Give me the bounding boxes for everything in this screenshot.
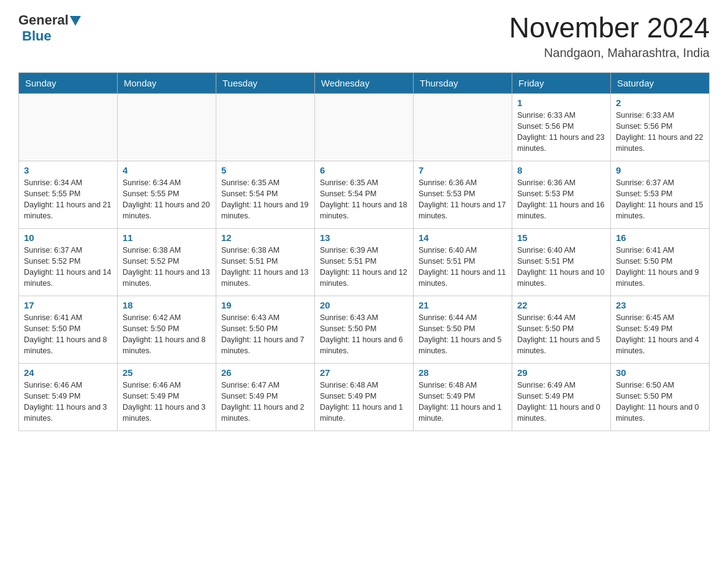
calendar-day-cell: 13Sunrise: 6:39 AM Sunset: 5:51 PM Dayli… — [315, 228, 414, 296]
day-info: Sunrise: 6:49 AM Sunset: 5:49 PM Dayligh… — [517, 380, 605, 424]
calendar-day-cell: 18Sunrise: 6:42 AM Sunset: 5:50 PM Dayli… — [118, 296, 216, 363]
day-number: 7 — [419, 165, 507, 175]
day-number: 2 — [616, 98, 704, 108]
day-info: Sunrise: 6:42 AM Sunset: 5:50 PM Dayligh… — [123, 312, 211, 357]
day-info: Sunrise: 6:35 AM Sunset: 5:54 PM Dayligh… — [221, 177, 309, 222]
day-number: 28 — [419, 367, 507, 378]
calendar-day-cell: 22Sunrise: 6:44 AM Sunset: 5:50 PM Dayli… — [512, 296, 611, 363]
day-info: Sunrise: 6:50 AM Sunset: 5:50 PM Dayligh… — [616, 380, 704, 424]
day-info: Sunrise: 6:44 AM Sunset: 5:50 PM Dayligh… — [419, 312, 507, 357]
calendar-weekday-header: Wednesday — [315, 72, 414, 93]
day-number: 22 — [517, 300, 605, 310]
day-number: 12 — [221, 232, 309, 243]
day-info: Sunrise: 6:40 AM Sunset: 5:51 PM Dayligh… — [517, 245, 605, 289]
calendar-day-cell — [414, 93, 512, 161]
calendar-day-cell: 1Sunrise: 6:33 AM Sunset: 5:56 PM Daylig… — [512, 93, 611, 161]
day-info: Sunrise: 6:41 AM Sunset: 5:50 PM Dayligh… — [616, 245, 704, 289]
calendar-week-row: 17Sunrise: 6:41 AM Sunset: 5:50 PM Dayli… — [19, 296, 710, 363]
day-number: 3 — [24, 165, 112, 175]
day-info: Sunrise: 6:39 AM Sunset: 5:51 PM Dayligh… — [320, 245, 408, 289]
calendar-day-cell: 7Sunrise: 6:36 AM Sunset: 5:53 PM Daylig… — [414, 161, 512, 228]
calendar-day-cell: 2Sunrise: 6:33 AM Sunset: 5:56 PM Daylig… — [611, 93, 710, 161]
day-number: 29 — [517, 367, 605, 378]
calendar-day-cell: 12Sunrise: 6:38 AM Sunset: 5:51 PM Dayli… — [216, 228, 315, 296]
calendar-weekday-header: Friday — [512, 72, 611, 93]
day-number: 15 — [517, 232, 605, 243]
calendar-day-cell: 19Sunrise: 6:43 AM Sunset: 5:50 PM Dayli… — [216, 296, 315, 363]
calendar-day-cell: 29Sunrise: 6:49 AM Sunset: 5:49 PM Dayli… — [512, 363, 611, 431]
calendar-day-cell: 14Sunrise: 6:40 AM Sunset: 5:51 PM Dayli… — [414, 228, 512, 296]
day-info: Sunrise: 6:38 AM Sunset: 5:51 PM Dayligh… — [221, 245, 309, 289]
calendar-day-cell: 6Sunrise: 6:35 AM Sunset: 5:54 PM Daylig… — [315, 161, 414, 228]
day-info: Sunrise: 6:37 AM Sunset: 5:52 PM Dayligh… — [24, 245, 112, 289]
calendar-week-row: 1Sunrise: 6:33 AM Sunset: 5:56 PM Daylig… — [19, 93, 710, 161]
day-number: 1 — [517, 98, 605, 108]
day-number: 5 — [221, 165, 309, 175]
day-number: 27 — [320, 367, 408, 378]
day-number: 16 — [616, 232, 704, 243]
calendar-day-cell — [19, 93, 118, 161]
logo-triangle-icon — [70, 16, 81, 26]
calendar-weekday-header: Tuesday — [216, 72, 315, 93]
day-info: Sunrise: 6:33 AM Sunset: 5:56 PM Dayligh… — [616, 110, 704, 155]
day-info: Sunrise: 6:34 AM Sunset: 5:55 PM Dayligh… — [123, 177, 211, 222]
calendar-table: SundayMondayTuesdayWednesdayThursdayFrid… — [18, 72, 710, 431]
day-info: Sunrise: 6:43 AM Sunset: 5:50 PM Dayligh… — [320, 312, 408, 357]
day-number: 20 — [320, 300, 408, 310]
day-info: Sunrise: 6:48 AM Sunset: 5:49 PM Dayligh… — [320, 380, 408, 424]
calendar-weekday-header: Sunday — [19, 72, 118, 93]
day-number: 30 — [616, 367, 704, 378]
day-info: Sunrise: 6:35 AM Sunset: 5:54 PM Dayligh… — [320, 177, 408, 222]
location-subtitle: Nandgaon, Maharashtra, India — [509, 46, 710, 60]
month-title: November 2024 — [509, 12, 710, 44]
calendar-day-cell: 26Sunrise: 6:47 AM Sunset: 5:49 PM Dayli… — [216, 363, 315, 431]
calendar-day-cell: 10Sunrise: 6:37 AM Sunset: 5:52 PM Dayli… — [19, 228, 118, 296]
calendar-day-cell: 3Sunrise: 6:34 AM Sunset: 5:55 PM Daylig… — [19, 161, 118, 228]
day-info: Sunrise: 6:36 AM Sunset: 5:53 PM Dayligh… — [517, 177, 605, 222]
day-number: 14 — [419, 232, 507, 243]
calendar-weekday-header: Thursday — [414, 72, 512, 93]
day-number: 18 — [123, 300, 211, 310]
day-number: 11 — [123, 232, 211, 243]
calendar-day-cell — [216, 93, 315, 161]
day-info: Sunrise: 6:47 AM Sunset: 5:49 PM Dayligh… — [221, 380, 309, 424]
logo: General Blue — [18, 12, 81, 44]
day-info: Sunrise: 6:43 AM Sunset: 5:50 PM Dayligh… — [221, 312, 309, 357]
day-info: Sunrise: 6:46 AM Sunset: 5:49 PM Dayligh… — [24, 380, 112, 424]
day-number: 26 — [221, 367, 309, 378]
page-header: General Blue November 2024 Nandgaon, Mah… — [18, 12, 710, 60]
day-info: Sunrise: 6:38 AM Sunset: 5:52 PM Dayligh… — [123, 245, 211, 289]
calendar-day-cell: 25Sunrise: 6:46 AM Sunset: 5:49 PM Dayli… — [118, 363, 216, 431]
calendar-weekday-header: Saturday — [611, 72, 710, 93]
calendar-week-row: 3Sunrise: 6:34 AM Sunset: 5:55 PM Daylig… — [19, 161, 710, 228]
day-number: 10 — [24, 232, 112, 243]
calendar-week-row: 10Sunrise: 6:37 AM Sunset: 5:52 PM Dayli… — [19, 228, 710, 296]
logo-general-text: General — [18, 12, 69, 28]
calendar-day-cell: 16Sunrise: 6:41 AM Sunset: 5:50 PM Dayli… — [611, 228, 710, 296]
day-info: Sunrise: 6:37 AM Sunset: 5:53 PM Dayligh… — [616, 177, 704, 222]
calendar-day-cell: 17Sunrise: 6:41 AM Sunset: 5:50 PM Dayli… — [19, 296, 118, 363]
day-number: 24 — [24, 367, 112, 378]
day-info: Sunrise: 6:33 AM Sunset: 5:56 PM Dayligh… — [517, 110, 605, 155]
day-number: 9 — [616, 165, 704, 175]
day-info: Sunrise: 6:40 AM Sunset: 5:51 PM Dayligh… — [419, 245, 507, 289]
calendar-day-cell: 30Sunrise: 6:50 AM Sunset: 5:50 PM Dayli… — [611, 363, 710, 431]
calendar-header-row: SundayMondayTuesdayWednesdayThursdayFrid… — [19, 72, 710, 93]
day-info: Sunrise: 6:46 AM Sunset: 5:49 PM Dayligh… — [123, 380, 211, 424]
calendar-day-cell: 20Sunrise: 6:43 AM Sunset: 5:50 PM Dayli… — [315, 296, 414, 363]
day-number: 21 — [419, 300, 507, 310]
day-info: Sunrise: 6:48 AM Sunset: 5:49 PM Dayligh… — [419, 380, 507, 424]
calendar-day-cell — [315, 93, 414, 161]
day-info: Sunrise: 6:45 AM Sunset: 5:49 PM Dayligh… — [616, 312, 704, 357]
day-number: 13 — [320, 232, 408, 243]
calendar-day-cell: 23Sunrise: 6:45 AM Sunset: 5:49 PM Dayli… — [611, 296, 710, 363]
day-number: 8 — [517, 165, 605, 175]
calendar-day-cell: 9Sunrise: 6:37 AM Sunset: 5:53 PM Daylig… — [611, 161, 710, 228]
calendar-day-cell: 4Sunrise: 6:34 AM Sunset: 5:55 PM Daylig… — [118, 161, 216, 228]
day-info: Sunrise: 6:41 AM Sunset: 5:50 PM Dayligh… — [24, 312, 112, 357]
calendar-day-cell: 24Sunrise: 6:46 AM Sunset: 5:49 PM Dayli… — [19, 363, 118, 431]
day-number: 17 — [24, 300, 112, 310]
calendar-day-cell: 11Sunrise: 6:38 AM Sunset: 5:52 PM Dayli… — [118, 228, 216, 296]
svg-marker-0 — [70, 16, 81, 26]
day-info: Sunrise: 6:36 AM Sunset: 5:53 PM Dayligh… — [419, 177, 507, 222]
